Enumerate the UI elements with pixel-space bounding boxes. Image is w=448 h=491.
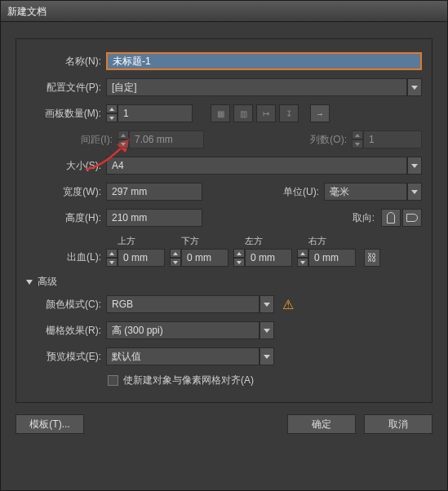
bleed-right-input[interactable] bbox=[308, 249, 356, 267]
bleed-label: 出血(L): bbox=[26, 250, 106, 264]
advanced-label: 高级 bbox=[38, 275, 57, 289]
name-input[interactable] bbox=[106, 52, 422, 70]
width-label: 宽度(W): bbox=[26, 185, 106, 199]
profile-value: [自定] bbox=[106, 78, 407, 96]
size-label: 大小(S): bbox=[26, 159, 106, 173]
cols-up bbox=[352, 130, 363, 139]
bleed-left-head: 左方 bbox=[233, 235, 292, 247]
arrange-col-icon[interactable]: ↧ bbox=[279, 104, 299, 122]
colormode-dropdown-button[interactable] bbox=[259, 295, 274, 313]
units-label: 单位(U): bbox=[267, 185, 324, 199]
units-dropdown-button[interactable] bbox=[407, 183, 422, 201]
units-value: 毫米 bbox=[324, 183, 407, 201]
form-panel: 名称(N): 配置文件(P): [自定] 画板数量(M): bbox=[16, 38, 432, 403]
bleed-top-input[interactable] bbox=[118, 249, 165, 267]
colormode-label: 颜色模式(C): bbox=[26, 298, 106, 312]
orient-landscape-button[interactable] bbox=[402, 209, 422, 227]
profile-dropdown[interactable]: [自定] bbox=[106, 78, 422, 96]
raster-label: 栅格效果(R): bbox=[26, 324, 106, 338]
orient-portrait-button[interactable] bbox=[381, 209, 401, 227]
size-dropdown[interactable]: A4 bbox=[106, 157, 422, 175]
cols-label: 列数(O): bbox=[295, 133, 352, 147]
preview-value: 默认值 bbox=[106, 347, 259, 365]
cols-input bbox=[363, 130, 422, 148]
units-dropdown[interactable]: 毫米 bbox=[324, 183, 422, 201]
spacing-input bbox=[129, 130, 204, 148]
size-value: A4 bbox=[106, 157, 407, 175]
bleed-right-head: 右方 bbox=[297, 235, 356, 247]
disclosure-triangle-icon bbox=[26, 280, 33, 285]
align-pixel-grid-label: 使新建对象与像素网格对齐(A) bbox=[123, 374, 254, 387]
spacing-up bbox=[118, 130, 129, 139]
portrait-icon bbox=[387, 212, 395, 223]
cancel-button[interactable]: 取消 bbox=[364, 414, 432, 434]
profile-label: 配置文件(P): bbox=[26, 81, 106, 95]
orient-label: 取向: bbox=[339, 211, 379, 225]
size-dropdown-button[interactable] bbox=[407, 157, 422, 175]
cols-down bbox=[352, 139, 363, 148]
bleed-bottom-head: 下方 bbox=[170, 235, 228, 247]
artboards-label: 画板数量(M): bbox=[26, 107, 106, 121]
spacing-spinner bbox=[118, 130, 129, 148]
raster-dropdown[interactable]: 高 (300 ppi) bbox=[106, 321, 274, 339]
new-document-dialog: 新建文档 名称(N): 配置文件(P): [自定] bbox=[0, 0, 448, 491]
profile-dropdown-button[interactable] bbox=[407, 78, 422, 96]
arrange-rtl-icon[interactable]: → bbox=[310, 104, 330, 122]
bleed-top-head: 上方 bbox=[106, 235, 165, 247]
raster-value: 高 (300 ppi) bbox=[106, 321, 259, 339]
titlebar: 新建文档 bbox=[1, 1, 447, 22]
name-label: 名称(N): bbox=[26, 55, 106, 69]
spacing-label: 间距(I): bbox=[26, 133, 118, 147]
colormode-value: RGB bbox=[106, 295, 259, 313]
bleed-top-spinner[interactable] bbox=[106, 249, 118, 267]
window-title: 新建文档 bbox=[7, 6, 47, 17]
artboards-up[interactable] bbox=[106, 104, 118, 113]
width-input[interactable] bbox=[106, 183, 202, 201]
bleed-right-spinner[interactable] bbox=[297, 249, 308, 267]
templates-button[interactable]: 模板(T)... bbox=[16, 414, 84, 434]
cols-spinner bbox=[352, 130, 363, 148]
preview-dropdown[interactable]: 默认值 bbox=[106, 347, 274, 365]
artboards-input[interactable] bbox=[118, 104, 193, 122]
align-pixel-grid-checkbox[interactable] bbox=[108, 375, 118, 386]
grid-by-col-icon[interactable]: ▥ bbox=[233, 104, 253, 122]
bleed-bottom-input[interactable] bbox=[181, 249, 228, 267]
height-label: 高度(H): bbox=[26, 211, 106, 225]
preview-label: 预览模式(E): bbox=[26, 350, 106, 364]
advanced-section-toggle[interactable]: 高级 bbox=[26, 275, 422, 289]
grid-by-row-icon[interactable]: ▦ bbox=[211, 104, 230, 122]
height-input[interactable] bbox=[106, 209, 202, 227]
colormode-dropdown[interactable]: RGB bbox=[106, 295, 274, 313]
arrange-row-icon[interactable]: ↦ bbox=[256, 104, 276, 122]
spacing-down bbox=[118, 139, 129, 148]
bleed-bottom-spinner[interactable] bbox=[170, 249, 181, 267]
bleed-left-spinner[interactable] bbox=[233, 249, 245, 267]
bleed-left-input[interactable] bbox=[245, 249, 292, 267]
artboards-spinner[interactable] bbox=[106, 104, 118, 122]
warning-icon: ⚠ bbox=[282, 297, 294, 312]
artboards-down[interactable] bbox=[106, 113, 118, 122]
raster-dropdown-button[interactable] bbox=[259, 321, 274, 339]
bleed-link-button[interactable]: ⛓ bbox=[364, 249, 380, 267]
preview-dropdown-button[interactable] bbox=[259, 347, 274, 365]
ok-button[interactable]: 确定 bbox=[287, 414, 356, 434]
landscape-icon bbox=[406, 214, 418, 222]
